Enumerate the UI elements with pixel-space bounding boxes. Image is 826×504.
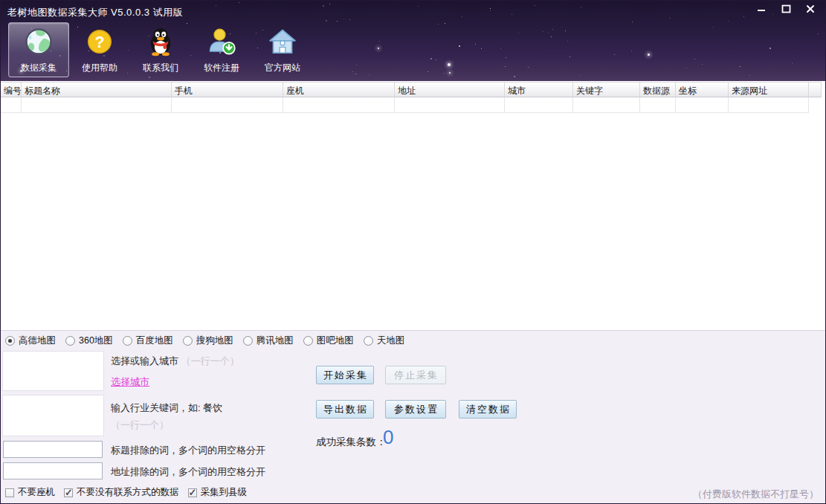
city-input-textarea[interactable] xyxy=(2,351,104,391)
column-header[interactable]: 座机 xyxy=(283,82,395,97)
toolbar-item-label: 联系我们 xyxy=(143,62,178,74)
toolbar-item-contact-us[interactable]: 联系我们 xyxy=(130,22,191,77)
stop-collect-button[interactable]: 停止采集 xyxy=(385,366,446,384)
star-decoration xyxy=(580,75,581,76)
star-decoration xyxy=(356,65,357,65)
bright-star-decoration xyxy=(448,63,451,66)
star-decoration xyxy=(481,48,482,49)
map-option-4[interactable]: 腾讯地图 xyxy=(243,335,294,347)
column-header[interactable]: 编号 xyxy=(1,82,22,97)
toolbar-item-website[interactable]: 官方网站 xyxy=(252,22,313,77)
star-decoration xyxy=(551,36,552,37)
address-exclude-label: 地址排除的词，多个词的用空格分开 xyxy=(111,465,265,479)
export-data-button[interactable]: 导出数据 xyxy=(316,400,374,419)
radio-button-icon[interactable] xyxy=(183,336,193,346)
empty-cell xyxy=(729,97,809,113)
star-decoration xyxy=(769,48,771,49)
toolbar-item-register[interactable]: 软件注册 xyxy=(191,22,252,77)
toolbar-item-help[interactable]: ?使用帮助 xyxy=(69,22,130,77)
star-decoration xyxy=(567,41,568,42)
star-decoration xyxy=(459,45,460,47)
map-option-label: 360地图 xyxy=(79,335,113,347)
radio-button-icon[interactable] xyxy=(364,336,373,346)
column-header[interactable]: 地址 xyxy=(395,82,505,97)
star-decoration xyxy=(686,68,687,68)
column-header[interactable]: 手机 xyxy=(172,82,283,97)
map-option-label: 高德地图 xyxy=(19,335,56,347)
star-decoration xyxy=(548,33,549,33)
radio-button-icon[interactable] xyxy=(243,336,253,346)
radio-button-icon[interactable] xyxy=(5,336,15,346)
star-decoration xyxy=(500,48,501,49)
globe-icon xyxy=(23,26,54,57)
column-header[interactable]: 来源网址 xyxy=(729,82,809,97)
address-exclude-input[interactable] xyxy=(3,462,103,479)
radio-button-icon[interactable] xyxy=(123,336,132,346)
app-window: 老树地图数据采集大师 V5.0.0.3 试用版 数据采集?使用帮助联系我们软件注… xyxy=(0,0,826,504)
empty-cell xyxy=(172,97,283,113)
checkbox-icon[interactable] xyxy=(188,488,197,497)
radio-button-icon[interactable] xyxy=(303,336,313,346)
option-checkbox-2[interactable]: 采集到县级 xyxy=(188,486,248,499)
star-decoration xyxy=(430,58,432,59)
star-decoration xyxy=(518,33,519,33)
column-header[interactable]: 标题名称 xyxy=(22,82,172,97)
maximize-button[interactable] xyxy=(777,3,795,16)
toolbar-item-label: 数据采集 xyxy=(21,62,57,74)
star-decoration xyxy=(355,74,356,74)
radio-button-icon[interactable] xyxy=(65,336,75,346)
map-option-label: 搜狗地图 xyxy=(196,335,233,347)
close-button[interactable] xyxy=(801,3,819,16)
empty-cell xyxy=(676,97,729,113)
column-header[interactable]: 数据源 xyxy=(640,82,676,97)
map-option-1[interactable]: 360地图 xyxy=(65,335,113,347)
map-option-5[interactable]: 图吧地图 xyxy=(303,335,354,347)
city-hint-text: （一行一个） xyxy=(181,355,239,366)
map-option-3[interactable]: 搜狗地图 xyxy=(183,335,233,347)
column-header[interactable]: 坐标 xyxy=(676,82,729,97)
window-title: 老树地图数据采集大师 V5.0.0.3 试用版 xyxy=(7,6,183,19)
star-decoration xyxy=(818,33,819,34)
title-exclude-input[interactable] xyxy=(3,441,103,458)
table-empty-row xyxy=(1,97,809,113)
map-option-6[interactable]: 天地图 xyxy=(364,335,405,347)
star-decoration xyxy=(614,54,615,55)
bright-star-decoration xyxy=(449,72,451,74)
column-header[interactable]: 城市 xyxy=(505,82,573,97)
star-decoration xyxy=(438,24,439,25)
toolbar-item-data-collect[interactable]: 数据采集 xyxy=(8,22,69,77)
star-decoration xyxy=(369,74,370,75)
checkbox-icon[interactable] xyxy=(64,488,73,497)
map-option-2[interactable]: 百度地图 xyxy=(123,335,173,347)
empty-cell xyxy=(22,97,172,113)
clear-data-button[interactable]: 清空数据 xyxy=(459,400,517,419)
map-option-label: 天地图 xyxy=(377,335,405,347)
options-checkbox-group: 不要座机不要没有联系方式的数据采集到县级 xyxy=(5,486,247,499)
star-decoration xyxy=(694,59,695,59)
column-header[interactable]: 关键字 xyxy=(573,82,640,97)
star-decoration xyxy=(632,22,633,22)
keywords-input-textarea[interactable] xyxy=(2,395,104,436)
home-icon xyxy=(267,26,298,57)
star-decoration xyxy=(427,71,428,72)
success-count-value: 0 xyxy=(383,426,393,449)
minimize-button[interactable] xyxy=(752,3,770,16)
bright-star-decoration xyxy=(648,54,650,56)
minimize-icon xyxy=(757,3,766,16)
map-option-0[interactable]: 高德地图 xyxy=(5,335,56,347)
star-decoration xyxy=(379,41,380,42)
keywords-hint: （一行一个） xyxy=(111,419,169,432)
help-icon: ? xyxy=(84,26,115,57)
option-checkbox-0[interactable]: 不要座机 xyxy=(5,486,55,499)
empty-cell xyxy=(505,97,573,113)
start-collect-button[interactable]: 开始采集 xyxy=(316,366,374,384)
option-checkbox-label: 不要没有联系方式的数据 xyxy=(77,486,179,499)
register-icon xyxy=(206,26,237,57)
success-count-label: 成功采集条数： xyxy=(316,436,387,449)
map-option-label: 图吧地图 xyxy=(317,335,354,347)
option-checkbox-1[interactable]: 不要没有联系方式的数据 xyxy=(64,486,179,499)
star-decoration xyxy=(713,27,714,28)
checkbox-icon[interactable] xyxy=(5,488,14,497)
select-city-link[interactable]: 选择城市 xyxy=(111,375,149,389)
param-settings-button[interactable]: 参数设置 xyxy=(385,400,446,419)
